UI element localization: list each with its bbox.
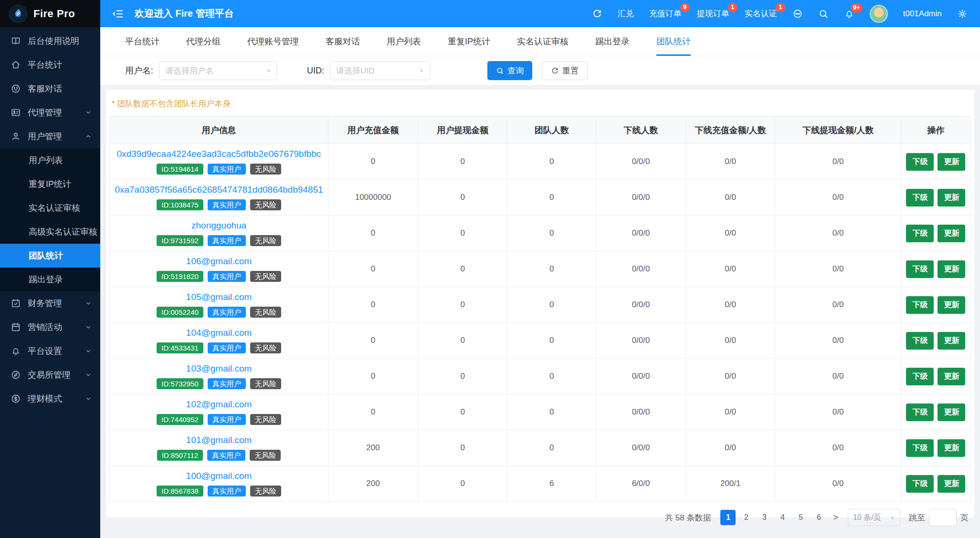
page-number-6[interactable]: 6 [811,510,826,525]
update-button[interactable]: 更新 [938,189,965,207]
next-page-button[interactable]: > [831,513,840,523]
subordinate-button[interactable]: 下级 [906,296,934,314]
uid-select[interactable]: 请选择UID ∨ [330,61,430,80]
username-link[interactable]: 0xa7a03857f56a65c62685474781dd0864bdb948… [115,185,323,195]
no-risk-badge: 无风险 [250,164,281,175]
header-item-label: t001Admin [903,9,942,19]
subordinate-button[interactable]: 下级 [906,153,934,171]
sidebar-item-营销活动[interactable]: 营销活动 [0,315,100,339]
update-button[interactable]: 更新 [938,225,965,242]
update-button[interactable]: 更新 [938,260,965,278]
table-row: 0xd39d9ecaa4224ee3ad3cac5dfbb2e067679bfb… [110,144,971,180]
subordinate-button[interactable]: 下级 [906,475,934,493]
subordinate-button[interactable]: 下级 [906,189,934,207]
page-number-2[interactable]: 2 [738,510,754,525]
page-number-4[interactable]: 4 [775,510,790,525]
sidebar-item-用户管理[interactable]: 用户管理 [0,124,100,148]
refresh-icon[interactable] [592,9,602,19]
real-user-badge: 真实用户 [208,307,246,318]
subordinate-button[interactable]: 下级 [906,332,934,350]
tab-踢出登录[interactable]: 踢出登录 [595,27,630,56]
update-button[interactable]: 更新 [938,153,965,171]
username-link[interactable]: 101@gmail.com [186,435,252,445]
sidebar-subitem-实名认证审核[interactable]: 实名认证审核 [0,196,100,220]
sidebar-subitem-重复IP统计[interactable]: 重复IP统计 [0,172,100,196]
tab-实名认证审核[interactable]: 实名认证审核 [517,27,569,56]
update-button[interactable]: 更新 [938,296,965,314]
header-link-汇兑[interactable]: 汇兑 [618,8,634,19]
menu-fold-icon[interactable] [113,8,124,20]
sidebar-item-代理管理[interactable]: 代理管理 [0,101,100,124]
sidebar-subitem-高级实名认证审核[interactable]: 高级实名认证审核 [0,220,100,244]
actions-cell: 下级更新 [901,180,970,216]
username-link[interactable]: 104@gmail.com [186,328,252,338]
sidebar-item-后台使用说明[interactable]: 后台使用说明 [0,29,100,53]
tab-用户列表[interactable]: 用户列表 [387,27,421,56]
gear-icon[interactable] [957,9,968,19]
column-header-下线提现金额/人数: 下线提现金额/人数 [775,116,901,144]
username-link[interactable]: 0xd39d9ecaa4224ee3ad3cac5dfbb2e067679bfb… [117,149,321,159]
reset-button[interactable]: 重置 [542,61,588,80]
subordinate-button[interactable]: 下级 [906,404,934,421]
actions-cell: 下级更新 [901,359,970,394]
header-link-实名认证[interactable]: 实名认证1 [745,8,777,19]
value-cell: 0/0 [775,287,901,323]
value-cell: 6/0/0 [596,466,686,502]
header-link-提现订单[interactable]: 提现订单1 [697,8,729,19]
sidebar-item-理财模式[interactable]: 理财模式 [0,387,100,411]
no-risk-badge: 无风险 [250,199,281,210]
subordinate-button[interactable]: 下级 [906,225,934,242]
subordinate-button[interactable]: 下级 [906,439,934,457]
tab-代理分组[interactable]: 代理分组 [186,27,221,56]
tab-重复IP统计[interactable]: 重复IP统计 [448,27,490,56]
tab-代理账号管理[interactable]: 代理账号管理 [247,27,299,56]
no-risk-badge: 无风险 [250,450,281,461]
tab-团队统计[interactable]: 团队统计 [656,27,691,56]
subordinate-button[interactable]: 下级 [906,260,934,278]
sidebar-subitem-用户列表[interactable]: 用户列表 [0,148,100,172]
chevron-down-icon [85,109,92,116]
update-button[interactable]: 更新 [938,439,965,457]
username-label[interactable]: t001Admin [903,9,942,19]
value-cell: 0/0 [775,394,901,430]
avatar[interactable] [870,5,888,23]
chat-icon[interactable] [792,9,803,19]
sidebar-subitem-踢出登录[interactable]: 踢出登录 [0,268,100,291]
jump-page-input[interactable] [929,509,957,526]
sidebar-item-客服对话[interactable]: 客服对话 [0,77,100,101]
search-icon[interactable] [818,9,829,19]
tab-平台统计[interactable]: 平台统计 [125,27,159,56]
username-link[interactable]: 102@gmail.com [186,399,252,410]
update-button[interactable]: 更新 [938,404,965,421]
value-cell: 0/0 [775,216,901,251]
bell-icon[interactable]: 9+ [844,9,854,19]
sidebar-item-财务管理[interactable]: 财务管理 [0,291,100,315]
update-button[interactable]: 更新 [938,332,965,350]
username-link[interactable]: 105@gmail.com [186,292,252,302]
sidebar-subitem-团队统计[interactable]: 团队统计 [0,244,100,268]
update-button[interactable]: 更新 [938,368,965,385]
tab-客服对话[interactable]: 客服对话 [326,27,360,56]
sidebar-item-平台设置[interactable]: 平台设置 [0,339,100,363]
page-number-5[interactable]: 5 [793,510,808,525]
username-link[interactable]: 100@gmail.com [186,471,252,481]
sidebar-item-label: 平台统计 [28,59,62,71]
subordinate-button[interactable]: 下级 [906,368,934,385]
page-size-select[interactable]: 10 条/页 ∨ [848,509,900,526]
compass-icon [11,370,21,380]
uid-filter-label: UID: [307,66,324,76]
update-button[interactable]: 更新 [938,475,965,493]
sidebar-item-交易所管理[interactable]: 交易所管理 [0,363,100,387]
sidebar: Fire Pro 后台使用说明平台统计客服对话代理管理用户管理用户列表重复IP统… [0,0,100,538]
header-link-充值订单[interactable]: 充值订单9 [649,8,682,19]
username-link[interactable]: 103@gmail.com [186,363,252,374]
sidebar-item-平台统计[interactable]: 平台统计 [0,53,100,77]
page-number-3[interactable]: 3 [757,510,772,525]
page-number-1[interactable]: 1 [720,510,736,525]
username-link[interactable]: zhongguohua [191,220,246,231]
search-button[interactable]: 查询 [487,61,532,80]
username-select[interactable]: 请选择用户名 ∨ [159,61,277,80]
value-cell: 0/0/0 [596,359,686,394]
username-link[interactable]: 106@gmail.com [186,256,252,267]
value-cell: 0 [418,466,507,502]
